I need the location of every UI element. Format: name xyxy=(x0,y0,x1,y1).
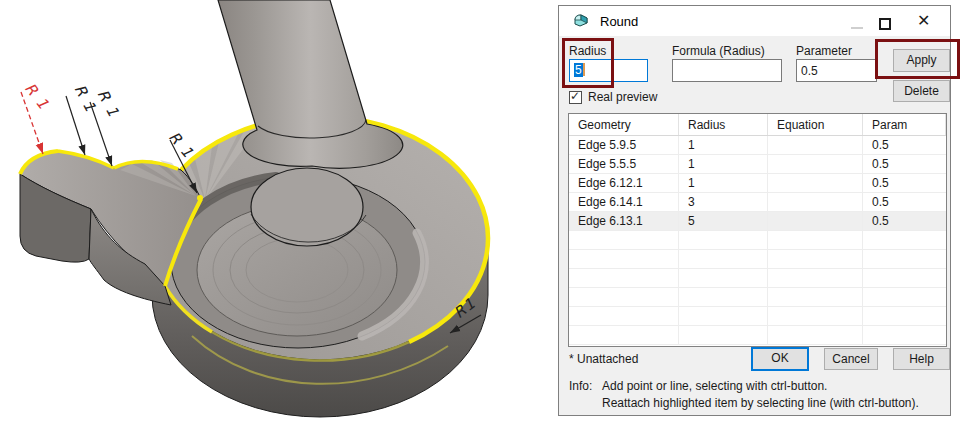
info-block: Info: Add point or line, selecting with … xyxy=(569,378,919,412)
cell-radius: 5 xyxy=(679,212,768,230)
col-radius: Radius xyxy=(679,114,768,135)
unattached-note: * Unattached xyxy=(569,352,638,366)
round-dialog: Round ✕ Radius Formula (Radius) Paramete… xyxy=(558,5,951,416)
shaft xyxy=(218,0,403,168)
col-geometry: Geometry xyxy=(569,114,679,135)
cell-param: 0.5 xyxy=(863,193,946,211)
col-equation: Equation xyxy=(768,114,863,135)
cell-equation xyxy=(768,136,863,154)
radius-input[interactable]: 5 xyxy=(569,59,648,82)
radius-selected-value: 5 xyxy=(574,63,583,77)
table-row-empty[interactable] xyxy=(569,307,946,326)
table-row-empty[interactable] xyxy=(569,269,946,288)
leader-target-point xyxy=(197,195,203,201)
info-line-1: Add point or line, selecting with ctrl-b… xyxy=(602,378,919,395)
ok-button[interactable]: OK xyxy=(751,347,809,371)
cell-geometry: Edge 5.9.5 xyxy=(569,136,679,154)
edge-table[interactable]: Geometry Radius Equation Param Edge 5.9.… xyxy=(568,113,947,347)
dialog-title: Round xyxy=(600,14,638,29)
table-row[interactable]: Edge 5.5.5 1 0.5 xyxy=(569,155,946,174)
text-caret xyxy=(583,63,585,76)
hub-boss xyxy=(251,168,363,246)
table-row[interactable]: Edge 6.14.1 3 0.5 xyxy=(569,193,946,212)
cell-param: 0.5 xyxy=(863,155,946,173)
info-line-2: Reattach highlighted item by selecting l… xyxy=(602,395,919,412)
table-row-empty[interactable] xyxy=(569,231,946,250)
dim-label-red: R 1 xyxy=(21,79,53,113)
formula-label: Formula (Radius) xyxy=(672,44,765,58)
viewport-3d[interactable]: R 1 R 1 R 1 R 1 R1 xyxy=(0,0,540,421)
cell-equation xyxy=(768,155,863,173)
cancel-button[interactable]: Cancel xyxy=(824,348,878,370)
parameter-label: Parameter xyxy=(796,44,852,58)
cell-equation xyxy=(768,212,863,230)
real-preview-checkbox[interactable] xyxy=(569,91,582,104)
table-row-empty[interactable] xyxy=(569,288,946,307)
info-label: Info: xyxy=(569,378,602,412)
cell-equation xyxy=(768,193,863,211)
radius-label: Radius xyxy=(569,44,606,58)
table-row-selected[interactable]: Edge 6.13.1 5 0.5 xyxy=(569,212,946,231)
table-row-empty[interactable] xyxy=(569,250,946,269)
cell-geometry: Edge 6.12.1 xyxy=(569,174,679,192)
real-preview-label: Real preview xyxy=(588,90,657,104)
cell-param: 0.5 xyxy=(863,136,946,154)
cell-geometry: Edge 6.14.1 xyxy=(569,193,679,211)
col-param: Param xyxy=(863,114,946,135)
cell-equation xyxy=(768,174,863,192)
cell-radius: 1 xyxy=(679,136,768,154)
close-icon[interactable]: ✕ xyxy=(917,11,930,31)
help-button[interactable]: Help xyxy=(893,348,950,370)
formula-input[interactable] xyxy=(672,59,782,82)
titlebar: Round ✕ xyxy=(559,6,950,36)
cell-radius: 3 xyxy=(679,193,768,211)
cell-param: 0.5 xyxy=(863,174,946,192)
minimize-icon[interactable] xyxy=(851,27,863,29)
table-header-row: Geometry Radius Equation Param xyxy=(569,114,946,136)
cell-radius: 1 xyxy=(679,155,768,173)
table-row-empty[interactable] xyxy=(569,326,946,345)
cell-geometry: Edge 5.5.5 xyxy=(569,155,679,173)
round-tool-icon xyxy=(572,12,590,30)
delete-button[interactable]: Delete xyxy=(893,80,950,102)
maximize-icon[interactable] xyxy=(879,18,891,30)
parameter-input[interactable] xyxy=(796,59,877,82)
cell-param: 0.5 xyxy=(863,212,946,230)
cell-geometry: Edge 6.13.1 xyxy=(569,212,679,230)
cell-radius: 1 xyxy=(679,174,768,192)
table-row[interactable]: Edge 6.12.1 1 0.5 xyxy=(569,174,946,193)
apply-button[interactable]: Apply xyxy=(893,49,950,72)
table-row[interactable]: Edge 5.9.5 1 0.5 xyxy=(569,136,946,155)
